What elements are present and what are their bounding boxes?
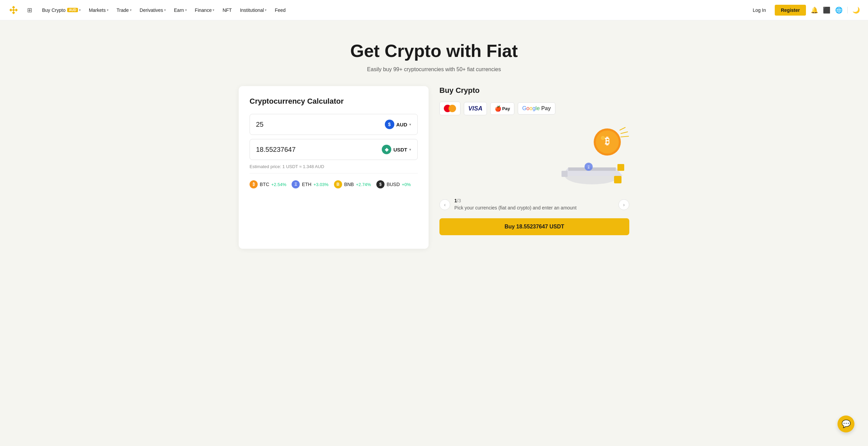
nav-institutional-label: Institutional (240, 7, 264, 13)
eth-icon: Ξ (292, 180, 300, 188)
svg-text:₿: ₿ (605, 136, 610, 146)
svg-text:Ξ: Ξ (588, 165, 590, 169)
svg-rect-13 (614, 176, 622, 183)
btc-change: +2.54% (271, 182, 286, 187)
crypto-item-bnb[interactable]: B BNB +2.74% (334, 180, 371, 188)
fiat-input[interactable] (256, 121, 324, 128)
carousel-counter: 1/3 (454, 198, 614, 203)
aud-icon: $ (385, 120, 394, 129)
nav-buy-crypto[interactable]: Buy Crypto AUD ▾ (39, 5, 84, 15)
svg-point-17 (601, 136, 605, 140)
theme-toggle-icon[interactable]: 🌙 (852, 6, 860, 14)
chat-button[interactable]: 💬 (837, 415, 854, 432)
crypto-item-eth[interactable]: Ξ ETH +3.03% (292, 180, 328, 188)
svg-rect-12 (617, 164, 624, 171)
main-content: Cryptocurrency Calculator $ AUD ▾ ◆ USDT… (197, 86, 671, 269)
grid-icon[interactable]: ⊞ (24, 5, 35, 15)
nav-derivatives-arrow: ▾ (164, 8, 166, 12)
apple-icon: 🍎 (495, 105, 501, 112)
nav-finance-arrow: ▾ (213, 8, 214, 12)
nav-trade[interactable]: Trade ▾ (113, 5, 135, 15)
nav-institutional-arrow: ▾ (265, 8, 267, 12)
carousel-num: 1 (454, 198, 457, 203)
hero-section: Get Crypto with Fiat Easily buy 99+ cryp… (0, 20, 868, 86)
btc-icon: ₿ (250, 180, 258, 188)
gpay-text: Google Pay (522, 105, 551, 112)
bnb-icon: B (334, 180, 342, 188)
register-button[interactable]: Register (775, 5, 806, 16)
nav-nft-label: NFT (222, 7, 232, 13)
fiat-currency-label: AUD (396, 122, 408, 127)
crypto-currency-arrow: ▾ (409, 147, 411, 152)
logo[interactable] (8, 5, 19, 16)
navbar-left: ⊞ Buy Crypto AUD ▾ Markets ▾ Trade ▾ Der… (8, 5, 749, 16)
crypto-currency-selector[interactable]: ◆ USDT ▾ (382, 145, 411, 154)
nav-derivatives[interactable]: Derivatives ▾ (136, 5, 169, 15)
nav-feed[interactable]: Feed (271, 5, 289, 15)
googlepay-badge[interactable]: Google Pay (518, 102, 555, 115)
login-button[interactable]: Log In (749, 5, 770, 15)
nav-trade-label: Trade (117, 7, 129, 13)
nav-divider (847, 7, 848, 14)
carousel-prev[interactable]: ‹ (439, 199, 450, 210)
nav-trade-arrow: ▾ (130, 8, 132, 12)
applepay-badge[interactable]: 🍎 Pay (490, 102, 514, 115)
carousel-desc: Pick your currencies (fiat and crypto) a… (454, 205, 614, 211)
crypto-item-busd[interactable]: $ BUSD +0% (376, 180, 411, 188)
mastercard-icon (444, 105, 456, 112)
svg-line-18 (621, 132, 628, 134)
fiat-input-row[interactable]: $ AUD ▾ (250, 114, 418, 135)
crypto-illustration: Ξ ₿ (439, 123, 629, 191)
payment-methods: VISA 🍎 Pay Google Pay (439, 102, 629, 115)
btc-name: BTC (260, 182, 269, 187)
nav-markets[interactable]: Markets ▾ (85, 5, 112, 15)
applepay-text: Pay (502, 106, 510, 111)
mc-circle-orange (449, 105, 456, 112)
crypto-list: ₿ BTC +2.54% Ξ ETH +3.03% B BNB +2.74% $… (250, 180, 418, 188)
globe-icon[interactable]: 🌐 (835, 6, 843, 14)
bnb-change: +2.74% (356, 182, 371, 187)
nav-menu: Buy Crypto AUD ▾ Markets ▾ Trade ▾ Deriv… (39, 5, 289, 15)
nav-derivatives-label: Derivatives (140, 7, 163, 13)
svg-rect-11 (561, 171, 568, 177)
nav-finance[interactable]: Finance ▾ (192, 5, 218, 15)
illustration-svg: Ξ ₿ (555, 123, 629, 188)
navbar: ⊞ Buy Crypto AUD ▾ Markets ▾ Trade ▾ Der… (0, 0, 868, 20)
svg-line-19 (621, 136, 629, 137)
nav-buy-crypto-arrow: ▾ (79, 8, 81, 12)
nav-nft[interactable]: NFT (219, 5, 235, 15)
nav-aud-badge: AUD (67, 8, 78, 12)
mastercard-badge[interactable] (439, 102, 460, 115)
fiat-currency-selector[interactable]: $ AUD ▾ (385, 120, 412, 129)
profile-icon[interactable]: ⬛ (823, 6, 830, 14)
crypto-input-row[interactable]: ◆ USDT ▾ (250, 139, 418, 160)
crypto-item-btc[interactable]: ₿ BTC +2.54% (250, 180, 286, 188)
busd-icon: $ (376, 180, 384, 188)
crypto-input[interactable] (256, 146, 324, 154)
nav-earn-label: Earn (174, 7, 184, 13)
notification-icon[interactable]: 🔔 (811, 6, 818, 14)
hero-subtitle: Easily buy 99+ cryptocurrencies with 50+… (8, 66, 860, 73)
nav-markets-arrow: ▾ (107, 8, 108, 12)
carousel: ‹ 1/3 Pick your currencies (fiat and cry… (439, 198, 629, 211)
calculator-title: Cryptocurrency Calculator (250, 97, 418, 106)
bnb-name: BNB (344, 182, 354, 187)
usdt-icon: ◆ (382, 145, 391, 154)
binance-logo-icon (8, 5, 19, 16)
visa-badge[interactable]: VISA (464, 102, 487, 115)
hero-title: Get Crypto with Fiat (8, 41, 860, 61)
buy-button[interactable]: Buy 18.55237647 USDT (439, 218, 629, 235)
nav-earn-arrow: ▾ (185, 8, 187, 12)
eth-change: +3.03% (313, 182, 328, 187)
nav-earn[interactable]: Earn ▾ (171, 5, 190, 15)
eth-name: ETH (302, 182, 311, 187)
nav-institutional[interactable]: Institutional ▾ (237, 5, 270, 15)
busd-change: +0% (402, 182, 411, 187)
carousel-next[interactable]: › (618, 199, 629, 210)
svg-line-20 (620, 127, 625, 130)
nav-markets-label: Markets (89, 7, 106, 13)
navbar-right: Log In Register 🔔 ⬛ 🌐 🌙 (749, 5, 860, 16)
estimated-price: Estimated price: 1 USDT ≈ 1.348 AUD (250, 164, 418, 174)
busd-name: BUSD (387, 182, 400, 187)
crypto-currency-label: USDT (393, 147, 407, 153)
